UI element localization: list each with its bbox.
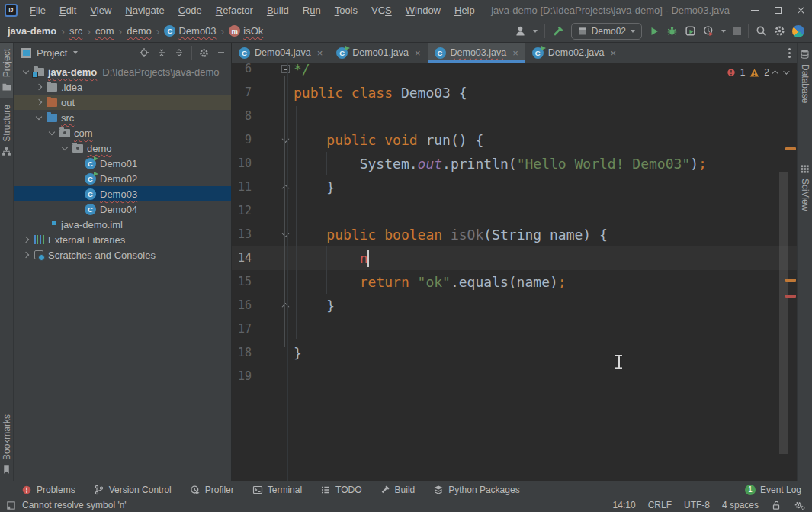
chevron-down-icon[interactable]: [62, 143, 68, 150]
expand-collapse-icon[interactable]: [156, 47, 167, 58]
line-number[interactable]: 12: [232, 199, 252, 223]
profile-dropdown-icon[interactable]: [721, 30, 726, 33]
tree-item-demo02[interactable]: CDemo02: [14, 171, 231, 186]
tab-close-icon[interactable]: ×: [317, 47, 323, 59]
line-number[interactable]: 11: [232, 175, 252, 199]
collapse-all-icon[interactable]: [174, 47, 185, 58]
line-number[interactable]: 17: [232, 317, 252, 341]
lock-icon[interactable]: [771, 500, 782, 510]
breadcrumb-item-isok[interactable]: misOk: [229, 25, 263, 37]
tab-demo03-java[interactable]: CDemo03.java×: [428, 43, 525, 63]
code-line-18[interactable]: 18}: [232, 341, 797, 365]
chevron-right-icon[interactable]: [36, 99, 42, 105]
breadcrumb-item-com[interactable]: com: [95, 25, 114, 37]
minimize-button[interactable]: [743, 0, 766, 20]
tool-stripe-database[interactable]: Database: [798, 43, 812, 109]
code-line-10[interactable]: 10 System.out.println("Hello World! Demo…: [232, 152, 797, 175]
code-line-15[interactable]: 15 return "ok".equals(name);: [232, 270, 797, 294]
toolwindow-button-version-control[interactable]: Version Control: [94, 485, 172, 495]
locate-file-icon[interactable]: [139, 47, 149, 58]
code-line-9[interactable]: 9 public void run() {: [232, 128, 797, 152]
code-line-6[interactable]: 6*/: [232, 63, 797, 81]
project-view-dropdown-icon[interactable]: [73, 51, 78, 54]
code-line-7[interactable]: 7public class Demo03 {: [232, 81, 797, 105]
encoding-select[interactable]: UTF-8: [684, 500, 710, 510]
toolwindow-button-build[interactable]: Build: [380, 485, 416, 495]
code-line-17[interactable]: 17: [232, 317, 797, 341]
maximize-button[interactable]: [766, 0, 789, 20]
code-line-8[interactable]: 8: [232, 105, 797, 128]
run-button[interactable]: [649, 26, 660, 37]
tree-item-src[interactable]: src: [14, 110, 231, 125]
tab-demo04-java[interactable]: CDemo04.java×: [232, 43, 329, 63]
fold-marker-icon[interactable]: [279, 175, 291, 199]
tool-stripe-bookmarks[interactable]: Bookmarks: [0, 408, 13, 481]
user-icon[interactable]: [515, 25, 526, 37]
chevron-right-icon[interactable]: [23, 237, 29, 243]
tree-item-demo[interactable]: demo: [14, 140, 231, 156]
build-hammer-icon[interactable]: [552, 25, 564, 37]
fold-marker-icon[interactable]: [279, 63, 291, 81]
chevron-down-icon[interactable]: [23, 67, 29, 73]
caret-position[interactable]: 14:10: [613, 500, 636, 510]
chevron-down-icon[interactable]: [49, 128, 55, 134]
tree-item-out[interactable]: out: [14, 95, 231, 110]
gradle-sphere-icon[interactable]: [792, 25, 804, 37]
line-number[interactable]: 7: [232, 81, 252, 105]
code-line-19[interactable]: 19: [232, 365, 797, 388]
toolwindow-button-problems[interactable]: Problems: [21, 485, 75, 495]
tree-item-demo04[interactable]: CDemo04: [14, 201, 231, 217]
warning-count[interactable]: 2: [764, 67, 769, 78]
line-number[interactable]: 15: [232, 270, 252, 294]
error-stripe-mark[interactable]: [785, 295, 796, 298]
tab-options-kebab-icon[interactable]: [788, 48, 791, 58]
breadcrumb-item-demo[interactable]: demo: [127, 25, 152, 37]
line-number[interactable]: 9: [232, 128, 252, 152]
line-number[interactable]: 13: [232, 223, 252, 246]
code-line-16[interactable]: 16 }: [232, 294, 797, 317]
code-line-12[interactable]: 12: [232, 199, 797, 223]
breadcrumb-item-java-demo[interactable]: java-demo: [8, 25, 56, 37]
tree-item-java-demo-iml[interactable]: java-demo.iml: [14, 217, 231, 232]
menu-run[interactable]: Run: [296, 0, 328, 20]
inspections-hector-icon[interactable]: [794, 500, 806, 510]
menu-window[interactable]: Window: [399, 0, 448, 20]
code-line-13[interactable]: 13 public boolean isOk(String name) {: [232, 223, 797, 246]
editor-scrollbar[interactable]: [779, 172, 788, 454]
menu-build[interactable]: Build: [260, 0, 296, 20]
search-everywhere-icon[interactable]: [756, 25, 767, 37]
menu-view[interactable]: View: [83, 0, 118, 20]
user-dropdown-icon[interactable]: [533, 30, 538, 33]
menu-refactor[interactable]: Refactor: [209, 0, 260, 20]
project-panel-title[interactable]: Project: [37, 47, 67, 59]
menu-code[interactable]: Code: [172, 0, 209, 20]
tool-stripe-sciview[interactable]: SciView: [798, 158, 812, 217]
tree-item-scratches-and-consoles[interactable]: Scratches and Consoles: [14, 247, 231, 262]
line-number[interactable]: 10: [232, 152, 252, 175]
tool-stripe-structure[interactable]: Structure: [0, 98, 13, 163]
fold-marker-icon[interactable]: [279, 294, 291, 317]
breadcrumb-item-demo03[interactable]: CDemo03: [164, 25, 216, 37]
event-log-button[interactable]: 1Event Log: [745, 485, 801, 495]
line-number[interactable]: 19: [232, 365, 252, 388]
line-number[interactable]: 18: [232, 341, 252, 365]
code-line-14[interactable]: 14 n: [232, 246, 797, 270]
toolwindow-button-todo[interactable]: TODO: [320, 485, 361, 495]
toolwindow-button-terminal[interactable]: Terminal: [252, 485, 302, 495]
warning-stripe-mark[interactable]: [785, 279, 796, 282]
chevron-down-icon[interactable]: [36, 113, 42, 119]
tab-demo01-java[interactable]: CDemo01.java×: [329, 43, 427, 63]
tree-item-idea[interactable]: .idea: [14, 79, 231, 95]
profile-button[interactable]: [703, 25, 714, 37]
tree-item-java-demo[interactable]: java-demoD:\IdeaProjects\java-demo: [14, 64, 231, 79]
tab-close-icon[interactable]: ×: [610, 47, 616, 59]
line-number[interactable]: 16: [232, 294, 252, 317]
run-configuration-select[interactable]: Demo02: [571, 23, 642, 40]
warning-stripe-mark[interactable]: [785, 147, 796, 150]
menu-edit[interactable]: Edit: [53, 0, 83, 20]
prev-problem-icon[interactable]: [772, 70, 778, 76]
tab-close-icon[interactable]: ×: [512, 47, 518, 59]
toolwindow-switcher-icon[interactable]: [6, 501, 16, 510]
chevron-right-icon[interactable]: [23, 252, 29, 258]
menu-tools[interactable]: Tools: [328, 0, 364, 20]
